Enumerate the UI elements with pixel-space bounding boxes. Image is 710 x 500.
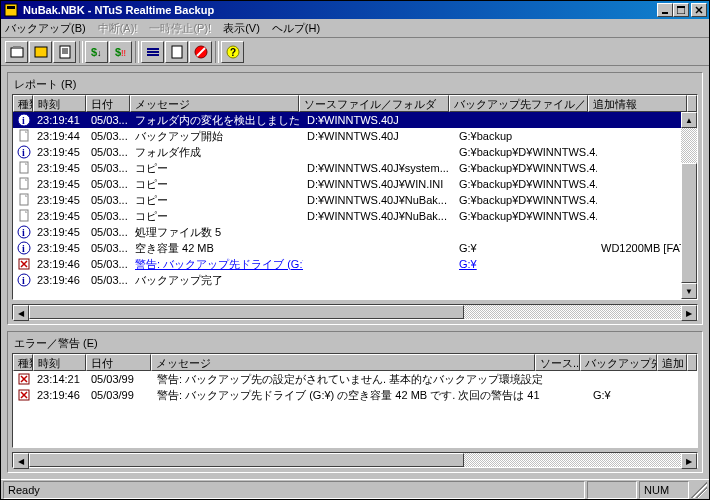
column-header[interactable]: 種類 xyxy=(13,354,33,371)
toolbar-btn-doc[interactable] xyxy=(165,41,188,63)
cell: フォルダ作成 xyxy=(131,145,303,160)
errors-pane: エラー／警告 (E) 種類時刻日付メッセージソース...バックアップ先...追加… xyxy=(7,331,703,473)
column-header[interactable]: ソース... xyxy=(535,354,580,371)
cell: 23:19:45 xyxy=(33,146,87,158)
cell: D:¥WINNTWS.40J¥system... xyxy=(303,162,455,174)
cell: コピー xyxy=(131,177,303,192)
toolbar-btn-2[interactable] xyxy=(29,41,52,63)
column-header[interactable]: 日付 xyxy=(86,95,129,112)
report-listview[interactable]: 種類時刻日付メッセージソースファイル／フォルダバックアップ先ファイル／フォ...… xyxy=(12,94,698,300)
column-header[interactable]: 追加 xyxy=(657,354,687,371)
table-row[interactable]: 23:14:2105/03/99警告: バックアップ先の設定がされていません. … xyxy=(13,371,697,387)
toolbar-btn-money1[interactable]: $↓ xyxy=(85,41,108,63)
table-row[interactable]: i23:19:4605/03...バックアップ完了 xyxy=(13,272,697,288)
toolbar-btn-1[interactable] xyxy=(5,41,28,63)
cell: 警告: バックアップ先の設定がされていません. 基本的なバックアップ環境設定のた… xyxy=(153,372,543,387)
column-header[interactable]: バックアップ先... xyxy=(580,354,657,371)
menu-pause[interactable]: 一時停止(P)! xyxy=(149,21,211,36)
maximize-button[interactable] xyxy=(673,3,689,17)
cell xyxy=(13,209,33,223)
column-header[interactable]: 時刻 xyxy=(33,354,86,371)
toolbar-btn-money2[interactable]: $!! xyxy=(109,41,132,63)
table-row[interactable]: i23:19:4105/03...フォルダ内の変化を検出しましたD:¥WINNT… xyxy=(13,112,697,128)
cell: 05/03... xyxy=(87,226,131,238)
cell: G:¥backup¥D¥WINNTWS.4... xyxy=(455,210,597,222)
svg-rect-19 xyxy=(147,51,159,53)
cell: 23:19:45 xyxy=(33,178,87,190)
cell: 23:19:45 xyxy=(33,226,87,238)
scroll-thumb[interactable] xyxy=(29,453,464,467)
report-header[interactable]: 種類時刻日付メッセージソースファイル／フォルダバックアップ先ファイル／フォ...… xyxy=(13,95,697,112)
cell: 05/03... xyxy=(87,274,131,286)
errors-listview[interactable]: 種類時刻日付メッセージソース...バックアップ先...追加 23:14:2105… xyxy=(12,353,698,448)
cell: 05/03... xyxy=(87,178,131,190)
table-row[interactable]: i23:19:4505/03...フォルダ作成G:¥backup¥D¥WINNT… xyxy=(13,144,697,160)
cell: 23:14:21 xyxy=(33,373,87,385)
svg-text:i: i xyxy=(22,115,25,126)
toolbar-btn-help[interactable]: ? xyxy=(221,41,244,63)
svg-text:↓: ↓ xyxy=(97,48,102,58)
menu-backup[interactable]: バックアップ(B) xyxy=(5,21,86,36)
doc-icon xyxy=(17,193,31,207)
scroll-left-icon[interactable]: ◀ xyxy=(13,453,29,469)
toolbar-btn-stop[interactable] xyxy=(189,41,212,63)
menu-help[interactable]: ヘルプ(H) xyxy=(272,21,320,36)
scroll-right-icon[interactable]: ▶ xyxy=(681,453,697,469)
report-hscroll[interactable]: ◀ ▶ xyxy=(12,304,698,320)
report-body[interactable]: i23:19:4105/03...フォルダ内の変化を検出しましたD:¥WINNT… xyxy=(13,112,697,299)
cell: D:¥WINNTWS.40J xyxy=(303,114,455,126)
cell: 05/03... xyxy=(87,194,131,206)
column-header[interactable]: 時刻 xyxy=(33,95,86,112)
table-row[interactable]: 23:19:4505/03...コピーD:¥WINNTWS.40J¥NuBak.… xyxy=(13,192,697,208)
table-row[interactable]: 23:19:4605/03...警告: バックアップ先ドライブ (G:¥...G… xyxy=(13,256,697,272)
cell: フォルダ内の変化を検出しました xyxy=(131,113,303,128)
scroll-left-icon[interactable]: ◀ xyxy=(13,305,29,321)
column-header[interactable]: 日付 xyxy=(86,354,151,371)
menu-view[interactable]: 表示(V) xyxy=(223,21,260,36)
menu-abort[interactable]: 中断(A)! xyxy=(98,21,138,36)
table-row[interactable]: i23:19:4505/03...空き容量 42 MBG:¥WD1200MB [… xyxy=(13,240,697,256)
minimize-button[interactable] xyxy=(657,3,673,17)
report-vscroll[interactable]: ▲ ▼ xyxy=(681,112,697,299)
svg-rect-7 xyxy=(11,48,23,57)
column-header[interactable]: 種類 xyxy=(13,95,33,112)
toolbar-btn-3[interactable] xyxy=(53,41,76,63)
cell: G:¥ xyxy=(455,242,597,254)
table-row[interactable]: 23:19:4405/03...バックアップ開始D:¥WINNTWS.40JG:… xyxy=(13,128,697,144)
cell: G:¥backup¥D¥WINNTWS.4... xyxy=(455,146,597,158)
toolbar-btn-filter[interactable] xyxy=(141,41,164,63)
scroll-thumb[interactable] xyxy=(681,163,697,283)
resize-grip[interactable] xyxy=(691,482,707,498)
main-window: NuBak.NBK - NTuS Realtime Backup バックアップ(… xyxy=(0,0,710,500)
column-header[interactable]: バックアップ先ファイル／フォ... xyxy=(449,95,589,112)
cell xyxy=(13,257,33,271)
cell: D:¥WINNTWS.40J¥WIN.INI xyxy=(303,178,455,190)
cell xyxy=(13,161,33,175)
table-row[interactable]: 23:19:4505/03...コピーD:¥WINNTWS.40J¥NuBak.… xyxy=(13,208,697,224)
svg-rect-20 xyxy=(147,54,159,56)
app-icon xyxy=(3,2,19,18)
scroll-thumb[interactable] xyxy=(29,305,464,319)
errors-body[interactable]: 23:14:2105/03/99警告: バックアップ先の設定がされていません. … xyxy=(13,371,697,447)
table-row[interactable]: i23:19:4505/03...処理ファイル数 5 xyxy=(13,224,697,240)
column-header[interactable]: 追加情報 xyxy=(588,95,687,112)
table-row[interactable]: 23:19:4605/03/99警告: バックアップ先ドライブ (G:¥) の空… xyxy=(13,387,697,403)
table-row[interactable]: 23:19:4505/03...コピーD:¥WINNTWS.40J¥WIN.IN… xyxy=(13,176,697,192)
cell: 23:19:44 xyxy=(33,130,87,142)
scroll-down-icon[interactable]: ▼ xyxy=(681,283,697,299)
scroll-right-icon[interactable]: ▶ xyxy=(681,305,697,321)
cell: D:¥WINNTWS.40J xyxy=(303,130,455,142)
column-header[interactable]: メッセージ xyxy=(151,354,535,371)
scroll-up-icon[interactable]: ▲ xyxy=(681,112,697,128)
svg-text:i: i xyxy=(22,275,25,286)
errors-header[interactable]: 種類時刻日付メッセージソース...バックアップ先...追加 xyxy=(13,354,697,371)
info-icon: i xyxy=(17,241,31,255)
cell: 05/03... xyxy=(87,210,131,222)
errors-hscroll[interactable]: ◀ ▶ xyxy=(12,452,698,468)
titlebar[interactable]: NuBak.NBK - NTuS Realtime Backup xyxy=(1,1,709,19)
close-button[interactable] xyxy=(691,3,707,17)
table-row[interactable]: 23:19:4505/03...コピーD:¥WINNTWS.40J¥system… xyxy=(13,160,697,176)
column-header[interactable]: メッセージ xyxy=(130,95,299,112)
column-header[interactable]: ソースファイル／フォルダ xyxy=(299,95,449,112)
report-pane: レポート (R) 種類時刻日付メッセージソースファイル／フォルダバックアップ先フ… xyxy=(7,72,703,325)
